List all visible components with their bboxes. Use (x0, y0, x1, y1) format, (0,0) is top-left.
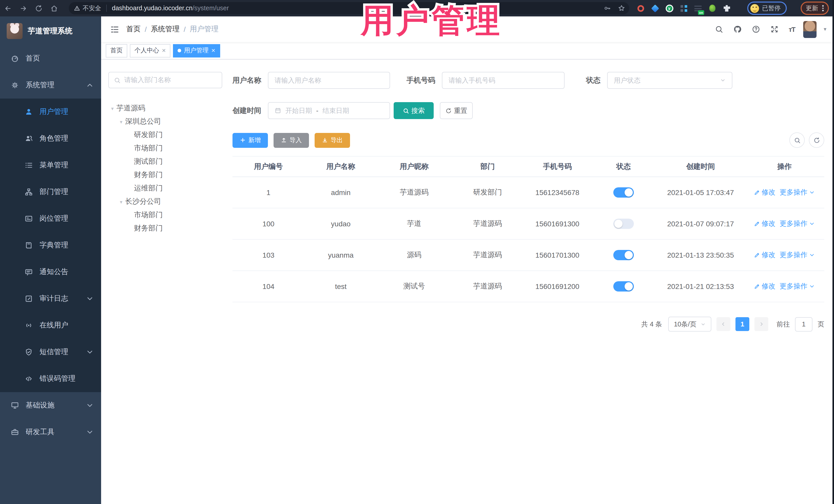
bookmark-star-icon[interactable] (618, 5, 625, 12)
extensions-puzzle-icon[interactable] (723, 4, 731, 12)
mobile-input[interactable]: 请输入手机号码 (442, 72, 565, 89)
search-button[interactable]: 搜索 (394, 102, 434, 119)
browser-menu-icon[interactable] (822, 5, 824, 11)
add-button[interactable]: 新增 (233, 133, 268, 148)
tree-node[interactable]: 测试部门 (108, 155, 222, 168)
extension-icon[interactable] (680, 4, 688, 12)
tree-node[interactable]: 研发部门 (108, 128, 222, 141)
tab-profile[interactable]: 个人中心✕ (130, 44, 171, 57)
security-warning[interactable]: 不安全 (74, 4, 101, 13)
font-size-icon[interactable]: ᴛT (787, 23, 797, 35)
goto-page-input[interactable]: 1 (795, 317, 812, 331)
extension-icon[interactable]: on (694, 4, 702, 12)
avatar-dropdown-caret-icon[interactable]: ▼ (823, 27, 827, 32)
edit-link[interactable]: 修改 (754, 219, 775, 228)
more-actions-link[interactable]: 更多操作 (780, 219, 815, 228)
more-actions-link[interactable]: 更多操作 (780, 188, 815, 197)
browser-home-button[interactable] (46, 0, 62, 17)
tree-node[interactable]: 财务部门 (108, 168, 222, 182)
more-actions-link[interactable]: 更多操作 (780, 282, 815, 291)
status-select[interactable]: 用户状态 (607, 72, 732, 89)
fullscreen-icon[interactable] (768, 23, 781, 36)
next-page-button[interactable] (754, 317, 768, 331)
sidebar-item-dict-management[interactable]: 字典管理 (0, 232, 101, 259)
tree-node[interactable]: 财务部门 (108, 222, 222, 235)
tree-node[interactable]: ▾深圳总公司 (108, 115, 222, 128)
tree-node[interactable]: 运维部门 (108, 182, 222, 195)
edit-link[interactable]: 修改 (754, 282, 775, 291)
status-label: 状态 (586, 76, 600, 85)
sidebar-item-audit-log[interactable]: 审计日志 (0, 285, 101, 312)
user-avatar[interactable] (803, 21, 816, 38)
browser-back-button[interactable] (0, 0, 15, 17)
tree-expand-caret-icon[interactable]: ▾ (117, 199, 125, 204)
sidebar-item-label: 岗位管理 (40, 214, 68, 223)
browser-profile-chip[interactable]: 已暂停 (747, 2, 787, 15)
sidebar-item-sms-management[interactable]: 短信管理 (0, 339, 101, 366)
sidebar-item-online-users[interactable]: 在线用户 (0, 312, 101, 339)
table-search-toggle-button[interactable] (789, 132, 805, 148)
github-icon[interactable] (731, 23, 744, 36)
sidebar-item-system-management[interactable]: 系统管理 (0, 72, 101, 98)
column-header: 操作 (745, 162, 824, 171)
sidebar-item-post-management[interactable]: 岗位管理 (0, 205, 101, 232)
edit-link[interactable]: 修改 (754, 250, 775, 260)
more-actions-link[interactable]: 更多操作 (780, 250, 815, 260)
cell-username: test (304, 282, 377, 290)
tree-node[interactable]: ▾芋道源码 (108, 102, 222, 115)
extension-icon[interactable] (636, 4, 644, 12)
sidebar-item-infrastructure[interactable]: 基础设施 (0, 392, 101, 419)
app-logo-row[interactable]: 芋道管理系统 (0, 17, 101, 45)
date-range-picker[interactable]: 开始日期 - 结束日期 (268, 102, 390, 119)
users-icon (24, 134, 33, 143)
import-button[interactable]: 导入 (273, 133, 309, 148)
sidebar-collapse-icon[interactable] (106, 21, 123, 38)
breadcrumb-home[interactable]: 首页 (126, 25, 140, 34)
browser-update-button[interactable]: 更新 (800, 2, 829, 15)
tab-user-management[interactable]: 用户管理✕ (173, 44, 220, 57)
reset-button[interactable]: 重置 (440, 102, 473, 119)
table-refresh-button[interactable] (809, 132, 824, 148)
status-toggle[interactable] (613, 219, 634, 229)
tree-node[interactable]: ▾长沙分公司 (108, 195, 222, 209)
sidebar-item-dev-tools[interactable]: 研发工具 (0, 419, 101, 445)
browser-reload-button[interactable] (31, 0, 46, 17)
sidebar-item-dept-management[interactable]: 部门管理 (0, 179, 101, 205)
sidebar-item-home[interactable]: 首页 (0, 45, 101, 72)
help-icon[interactable] (750, 23, 762, 36)
address-bar[interactable]: 不安全 dashboard.yudao.iocoder.cn /system/u… (69, 2, 629, 14)
status-toggle[interactable] (613, 250, 634, 260)
close-icon[interactable]: ✕ (211, 48, 216, 53)
browser-forward-button[interactable] (15, 0, 31, 17)
sidebar-item-menu-management[interactable]: 菜单管理 (0, 152, 101, 179)
tree-expand-caret-icon[interactable]: ▾ (108, 106, 116, 111)
extension-icon[interactable] (708, 4, 717, 12)
export-button[interactable]: 导出 (314, 133, 350, 148)
page-number-1[interactable]: 1 (736, 317, 749, 331)
close-icon[interactable]: ✕ (162, 48, 166, 53)
sidebar-item-notice[interactable]: 通知公告 (0, 259, 101, 285)
password-key-icon[interactable] (603, 5, 611, 12)
prev-page-button[interactable] (717, 317, 730, 331)
sidebar-item-role-management[interactable]: 角色管理 (0, 125, 101, 152)
status-toggle[interactable] (613, 187, 634, 198)
status-toggle[interactable] (613, 281, 634, 291)
edit-link[interactable]: 修改 (754, 188, 775, 197)
search-icon[interactable] (713, 23, 725, 36)
extension-icon[interactable]: y (665, 4, 673, 12)
sidebar-item-user-management[interactable]: 用户管理 (0, 98, 101, 125)
cell-username: admin (304, 188, 377, 197)
extension-icon[interactable] (651, 4, 659, 12)
tree-node-label: 芋道源码 (116, 104, 145, 113)
tree-node[interactable]: 市场部门 (108, 141, 222, 155)
username-input[interactable]: 请输入用户名称 (268, 72, 390, 89)
tab-home[interactable]: 首页 (106, 44, 127, 57)
department-search-input[interactable]: 请输入部门名称 (108, 72, 222, 88)
tree-node[interactable]: 市场部门 (108, 209, 222, 222)
page-size-select[interactable]: 10条/页 (668, 317, 711, 332)
breadcrumb-current: 用户管理 (190, 25, 219, 34)
tree-node-label: 测试部门 (134, 157, 163, 166)
breadcrumb-system[interactable]: 系统管理 (151, 25, 180, 34)
sidebar-item-error-code-management[interactable]: 错误码管理 (0, 366, 101, 392)
tree-expand-caret-icon[interactable]: ▾ (117, 119, 125, 125)
